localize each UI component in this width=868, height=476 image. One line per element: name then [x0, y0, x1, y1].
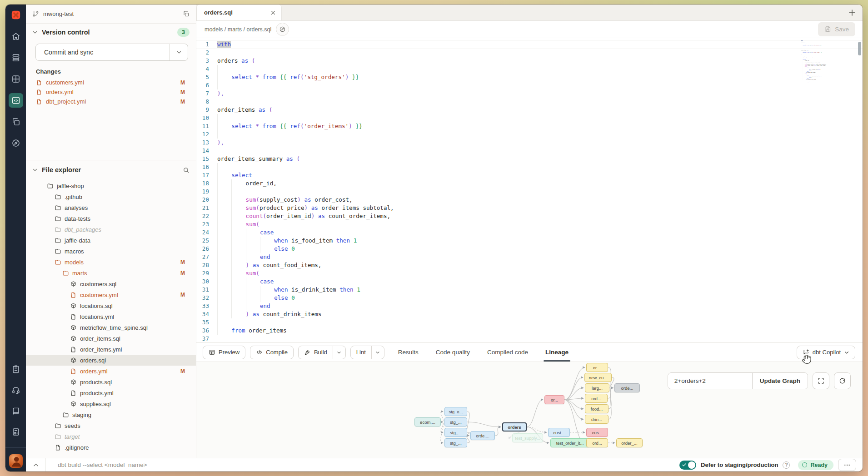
defer-toggle[interactable] — [679, 461, 696, 470]
lineage-node-orders[interactable]: orders — [502, 422, 527, 431]
line-number: 17 — [196, 171, 217, 179]
changed-file-dbt_project.yml[interactable]: dbt_project.ymlM — [26, 97, 196, 106]
lineage-node-gorde[interactable]: orde... — [614, 383, 640, 392]
rail-compass[interactable] — [9, 136, 23, 150]
tab-code-quality[interactable]: Code quality — [436, 343, 470, 362]
build-options-segment[interactable] — [333, 346, 345, 359]
lineage-node-cusp[interactable]: cus... — [586, 428, 608, 437]
lineage-node-cust[interactable]: cust... — [548, 428, 570, 437]
tree-item-orders.sql[interactable]: orders.sql — [26, 355, 196, 366]
lineage-node-stg2[interactable]: stg_... — [444, 417, 467, 426]
expand-command-bar-button[interactable] — [26, 458, 46, 471]
rail-home[interactable] — [9, 29, 23, 44]
changed-file-orders.yml[interactable]: orders.ymlM — [26, 87, 196, 97]
tab-orders-sql[interactable]: orders.sql — [196, 5, 282, 20]
file-explorer-header[interactable]: File explorer — [26, 161, 196, 178]
tab-results[interactable]: Results — [398, 343, 419, 362]
rail-windows[interactable] — [9, 114, 23, 129]
lineage-node-stg3[interactable]: stg_... — [444, 428, 467, 437]
tree-item-marts[interactable]: martsM — [26, 268, 196, 278]
tree-item-seeds[interactable]: seeds — [26, 420, 196, 431]
tree-item-order_items.sql[interactable]: order_items.sql — [26, 333, 196, 344]
rail-headset[interactable] — [9, 383, 23, 397]
more-options-button[interactable] — [838, 459, 856, 471]
open-in-lineage-button[interactable] — [276, 23, 289, 36]
tree-item-macros[interactable]: macros — [26, 246, 196, 257]
lineage-node-tord[interactable]: test_order_it... — [550, 438, 589, 447]
lint-button[interactable]: Lint — [350, 346, 384, 359]
rail-book[interactable] — [9, 404, 23, 418]
rail-panel[interactable] — [9, 425, 23, 439]
code-line-12: 12 — [196, 130, 863, 139]
rail-code[interactable] — [9, 93, 23, 108]
tree-item-customers.sql[interactable]: customers.sql — [26, 278, 196, 289]
tree-item-customers.yml[interactable]: customers.ymlM — [26, 289, 196, 300]
preview-button[interactable]: Preview — [203, 346, 245, 359]
save-button[interactable]: Save — [818, 22, 855, 36]
chevron-down-icon[interactable] — [32, 167, 38, 173]
editor-scrollbar[interactable] — [858, 42, 861, 55]
lineage-node-y2[interactable]: new_cu... — [584, 373, 612, 382]
lineage-node-y6[interactable]: drin... — [585, 415, 609, 424]
lineage-node-y1[interactable]: or.... — [586, 363, 608, 372]
lineage-node-stg4[interactable]: stg_... — [444, 438, 467, 447]
close-tab-icon[interactable] — [270, 10, 276, 15]
lineage-node-ordy[interactable]: ord... — [586, 438, 608, 447]
command-input[interactable] — [46, 461, 679, 468]
tree-item-locations.sql[interactable]: locations.sql — [26, 300, 196, 311]
tree-item-staging[interactable]: staging — [26, 409, 196, 420]
lineage-node-ord1[interactable]: orde.... — [470, 431, 495, 440]
tree-item-.github[interactable]: .github — [26, 191, 196, 202]
lineage-node-stg1[interactable]: stg_o... — [444, 407, 467, 416]
lineage-node-ghost[interactable]: test_supply... — [512, 433, 543, 442]
model-icon — [70, 281, 77, 288]
tab-lineage[interactable]: Lineage — [545, 343, 569, 362]
tree-item-supplies.sql[interactable]: supplies.sql — [26, 398, 196, 409]
tree-item-order_items.yml[interactable]: order_items.yml — [26, 344, 196, 355]
lineage-node-orp[interactable]: or... — [544, 395, 564, 404]
tree-item-.gitignore[interactable]: .gitignore — [26, 442, 196, 453]
lineage-node-ordery[interactable]: order_... — [616, 438, 643, 447]
commit-and-sync-button[interactable]: Commit and sync — [35, 44, 188, 61]
copy-branch-icon[interactable] — [183, 10, 190, 17]
lineage-node-ecom[interactable]: ecom.... — [414, 417, 441, 426]
user-avatar[interactable] — [9, 454, 23, 468]
tree-item-models[interactable]: modelsM — [26, 257, 196, 268]
build-button[interactable]: Build — [298, 346, 346, 359]
compile-button[interactable]: Compile — [250, 346, 294, 359]
dbt-copilot-button[interactable]: dbt Copilot — [797, 346, 855, 359]
version-control-header[interactable]: Version control 3 — [26, 24, 196, 41]
changed-file-customers.yml[interactable]: customers.ymlM — [26, 78, 196, 87]
rail-clipboard[interactable] — [9, 362, 23, 377]
tree-item-data-tests[interactable]: data-tests — [26, 213, 196, 224]
chevron-down-icon[interactable] — [32, 30, 38, 35]
refresh-button[interactable] — [834, 372, 851, 389]
tree-item-jaffle-shop[interactable]: jaffle-shop — [26, 180, 196, 191]
lineage-node-y3[interactable]: larg... — [585, 383, 609, 392]
lint-options-segment[interactable] — [371, 346, 384, 359]
search-icon[interactable] — [183, 167, 190, 174]
tree-item-jaffle-data[interactable]: jaffle-data — [26, 235, 196, 246]
tree-item-analyses[interactable]: analyses — [26, 202, 196, 213]
tree-item-target[interactable]: target — [26, 431, 196, 442]
commit-options-segment[interactable] — [170, 44, 188, 60]
rail-grid[interactable] — [9, 72, 23, 86]
tree-item-dbt_packages[interactable]: dbt_packages — [26, 224, 196, 235]
new-tab-button[interactable] — [848, 9, 856, 17]
lineage-node-y5[interactable]: food... — [585, 404, 609, 413]
lineage-selector-input[interactable] — [668, 373, 752, 389]
help-icon[interactable]: ? — [783, 461, 790, 469]
status-badge[interactable]: Ready — [798, 460, 833, 470]
tree-item-orders.yml[interactable]: orders.ymlM — [26, 366, 196, 377]
code-line-33: 33end — [196, 302, 863, 310]
tree-item-locations.yml[interactable]: locations.yml — [26, 311, 196, 322]
tab-compiled-code[interactable]: Compiled code — [487, 343, 528, 362]
tree-item-products.yml[interactable]: products.yml — [26, 387, 196, 398]
fullscreen-button[interactable] — [813, 372, 829, 389]
tree-item-products.sql[interactable]: products.sql — [26, 377, 196, 387]
tree-item-metricflow_time_spine.sql[interactable]: metricflow_time_spine.sql — [26, 322, 196, 333]
update-graph-button[interactable]: Update Graph — [752, 373, 808, 389]
rail-stack[interactable] — [9, 50, 23, 65]
lineage-node-y4[interactable]: ord... — [585, 394, 608, 403]
code-editor[interactable]: 1with23orders as (45select * from {{ ref… — [196, 38, 863, 342]
